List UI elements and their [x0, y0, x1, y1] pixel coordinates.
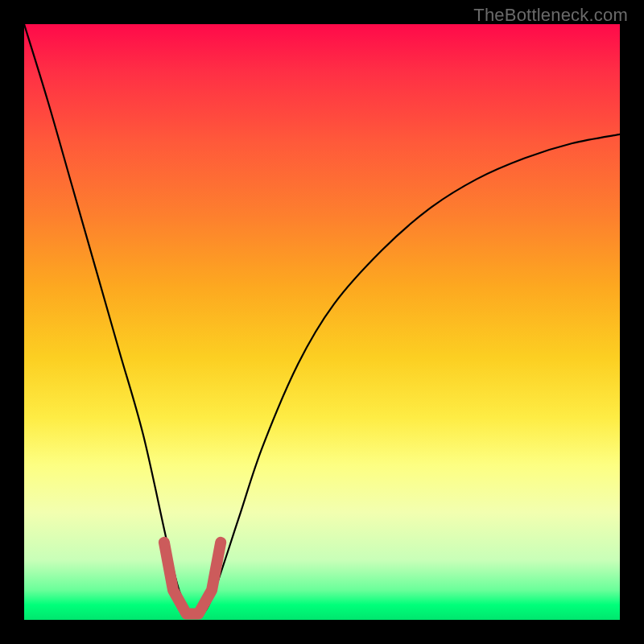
chart-plot-area	[24, 24, 620, 620]
watermark-text: TheBottleneck.com	[473, 5, 628, 26]
bottleneck-curve	[24, 24, 620, 617]
chart-svg	[24, 24, 620, 620]
bottleneck-region-marker	[164, 543, 221, 614]
